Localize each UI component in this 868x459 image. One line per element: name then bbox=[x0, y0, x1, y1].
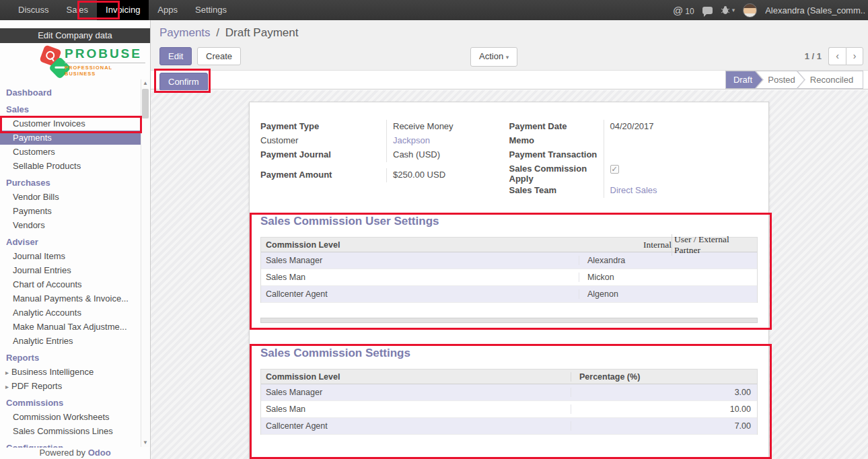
customer-link[interactable]: Jackpson bbox=[393, 135, 430, 145]
powered-by[interactable]: Powered by Odoo bbox=[0, 448, 150, 458]
sidebar-item-payments[interactable]: Payments bbox=[0, 131, 141, 145]
sidebar-item-vendor-payments[interactable]: Payments bbox=[0, 204, 150, 218]
field-payment-journal: Payment Journal Cash (USD) bbox=[260, 148, 509, 162]
brand-tagline: PROFESSIONAL BUSINESS bbox=[65, 65, 145, 77]
sidebar-item-sales-commissions-lines[interactable]: Sales Commissions Lines bbox=[0, 424, 150, 438]
top-bar: Discuss Sales Invoicing Apps Settings @1… bbox=[0, 0, 868, 20]
control-panel: Payments / Draft Payment Edit Create Act… bbox=[151, 20, 868, 71]
table-row[interactable]: Callcenter Agent Algenon bbox=[261, 286, 757, 303]
sidebar: Edit Company data PROBUSE PROFESSIONAL B… bbox=[0, 20, 151, 459]
sidebar-item-journal-items[interactable]: Journal Items bbox=[0, 249, 150, 263]
caret-down-icon: ▾ bbox=[732, 7, 735, 13]
menu-settings[interactable]: Settings bbox=[186, 0, 236, 20]
table-header[interactable]: Commission Level Internal User / Externa… bbox=[261, 238, 757, 252]
field-payment-date: Payment Date 04/20/2017 bbox=[509, 120, 758, 134]
menu-discuss[interactable]: Discuss bbox=[9, 0, 58, 20]
sidebar-item-pdf-reports[interactable]: ▸PDF Reports bbox=[0, 379, 150, 393]
bug-icon bbox=[721, 5, 730, 15]
breadcrumb-payments-link[interactable]: Payments bbox=[159, 26, 211, 39]
field-sales-commission-apply: Sales Commission Apply ✓ bbox=[509, 162, 758, 184]
field-customer: Customer Jackpson bbox=[260, 134, 509, 148]
sidebar-heading-commissions: Commissions bbox=[0, 396, 150, 410]
avatar[interactable] bbox=[743, 3, 757, 17]
table-header[interactable]: Commission Level Percentage (%) bbox=[261, 369, 757, 384]
sidebar-item-customers[interactable]: Customers bbox=[0, 145, 150, 159]
scrollbar-thumb[interactable] bbox=[142, 89, 149, 118]
user-settings-table: Commission Level Internal User / Externa… bbox=[260, 237, 758, 303]
expand-arrow-icon: ▸ bbox=[5, 369, 9, 376]
field-memo: Memo bbox=[509, 134, 758, 148]
action-dropdown[interactable]: Action ▾ bbox=[470, 47, 517, 67]
pager-counter: 1 / 1 bbox=[805, 51, 822, 61]
brand-name: PROBUSE bbox=[65, 46, 145, 61]
breadcrumb: Payments / Draft Payment bbox=[159, 26, 298, 40]
menu-sales[interactable]: Sales bbox=[58, 0, 98, 20]
pager: 1 / 1 ‹ › bbox=[805, 47, 863, 65]
sales-commission-apply-checkbox[interactable]: ✓ bbox=[610, 165, 619, 174]
sidebar-heading-dashboard[interactable]: Dashboard bbox=[0, 85, 150, 100]
confirm-button[interactable]: Confirm bbox=[159, 73, 208, 91]
commission-settings-title: Sales Commission Settings bbox=[260, 347, 758, 360]
breadcrumb-current: Draft Payment bbox=[225, 26, 299, 39]
mention-count: 10 bbox=[685, 7, 694, 16]
payment-form: Payment Type Receive Money Customer Jack… bbox=[260, 120, 758, 198]
commission-settings-table: Commission Level Percentage (%) Sales Ma… bbox=[260, 369, 758, 435]
sidebar-item-journal-entries[interactable]: Journal Entries bbox=[0, 263, 150, 277]
menu-invoicing[interactable]: Invoicing bbox=[97, 0, 149, 20]
odoo-brand: Odoo bbox=[88, 448, 111, 458]
sidebar-item-vendors[interactable]: Vendors bbox=[0, 218, 150, 232]
sidebar-item-vendor-bills[interactable]: Vendor Bills bbox=[0, 190, 150, 204]
table-row[interactable]: Callcenter Agent 7.00 bbox=[261, 418, 757, 435]
chat-bubble-icon[interactable] bbox=[702, 7, 713, 14]
sidebar-heading-purchases: Purchases bbox=[0, 176, 150, 190]
sidebar-scrollbar[interactable]: ▲ ▼ bbox=[141, 79, 149, 447]
state-reconciled[interactable]: Reconciled bbox=[797, 71, 863, 89]
menu-apps[interactable]: Apps bbox=[149, 0, 186, 20]
user-settings-title: Sales Commission User Settings bbox=[260, 215, 758, 228]
table-row[interactable]: Sales Manager 3.00 bbox=[261, 384, 757, 401]
statusbar-steps: Draft Posted Reconciled bbox=[725, 71, 863, 89]
sales-team-link[interactable]: Direct Sales bbox=[610, 185, 657, 195]
sidebar-heading-sales: Sales bbox=[0, 102, 150, 116]
main-menu: Discuss Sales Invoicing Apps Settings bbox=[9, 0, 236, 20]
expand-arrow-icon: ▸ bbox=[5, 383, 9, 390]
at-icon: @ bbox=[673, 5, 683, 16]
caret-down-icon: ▾ bbox=[506, 54, 509, 61]
sidebar-nav: Dashboard Sales Customer Invoices Paymen… bbox=[0, 85, 150, 455]
sidebar-item-business-intelligence[interactable]: ▸Business Intelligence bbox=[0, 365, 150, 379]
mentions-counter[interactable]: @10 bbox=[673, 5, 694, 16]
sidebar-heading-reports: Reports bbox=[0, 351, 150, 365]
status-bar: Confirm Draft Posted Reconciled bbox=[151, 71, 868, 90]
sidebar-item-analytic-entries[interactable]: Analytic Entries bbox=[0, 334, 150, 348]
sidebar-item-analytic-accounts[interactable]: Analytic Accounts bbox=[0, 306, 150, 320]
debug-menu[interactable]: ▾ bbox=[721, 5, 735, 15]
field-payment-transaction: Payment Transaction bbox=[509, 148, 758, 162]
sidebar-item-manual-tax-adjustments[interactable]: Make Manual Tax Adjustme... bbox=[0, 320, 150, 334]
field-sales-team: Sales Team Direct Sales bbox=[509, 184, 758, 198]
pager-previous-button[interactable]: ‹ bbox=[828, 47, 846, 65]
commission-settings-section: Sales Commission Settings Commission Lev… bbox=[260, 347, 758, 435]
field-payment-amount: Payment Amount $250.00 USD bbox=[260, 168, 509, 182]
work-area: Payment Type Receive Money Customer Jack… bbox=[151, 90, 868, 459]
main-area: Payments / Draft Payment Edit Create Act… bbox=[151, 20, 868, 459]
field-payment-type: Payment Type Receive Money bbox=[260, 120, 509, 134]
form-sheet: Payment Type Receive Money Customer Jack… bbox=[249, 102, 769, 459]
sidebar-item-sellable-products[interactable]: Sellable Products bbox=[0, 159, 150, 173]
sidebar-item-commission-worksheets[interactable]: Commission Worksheets bbox=[0, 410, 150, 424]
scroll-down-icon[interactable]: ▼ bbox=[141, 439, 149, 447]
sidebar-heading-adviser: Adviser bbox=[0, 235, 150, 249]
scroll-up-icon[interactable]: ▲ bbox=[141, 79, 149, 87]
sidebar-item-chart-of-accounts[interactable]: Chart of Accounts bbox=[0, 277, 150, 291]
edit-company-button[interactable]: Edit Company data bbox=[0, 28, 150, 43]
pager-next-button[interactable]: › bbox=[846, 47, 863, 65]
sidebar-item-manual-payments[interactable]: Manual Payments & Invoice... bbox=[0, 291, 150, 306]
table-row[interactable]: Sales Man Mickon bbox=[261, 269, 757, 286]
sidebar-item-customer-invoices[interactable]: Customer Invoices bbox=[0, 116, 150, 131]
user-menu[interactable]: Alexandra (Sales_comm.. bbox=[765, 5, 865, 15]
table-row[interactable]: Sales Man 10.00 bbox=[261, 401, 757, 418]
create-button[interactable]: Create bbox=[197, 47, 241, 65]
user-settings-section: Sales Commission User Settings Commissio… bbox=[260, 215, 758, 323]
company-logo[interactable]: PROBUSE PROFESSIONAL BUSINESS bbox=[0, 45, 150, 81]
table-scroll-strip bbox=[260, 318, 758, 323]
edit-button[interactable]: Edit bbox=[159, 47, 192, 65]
